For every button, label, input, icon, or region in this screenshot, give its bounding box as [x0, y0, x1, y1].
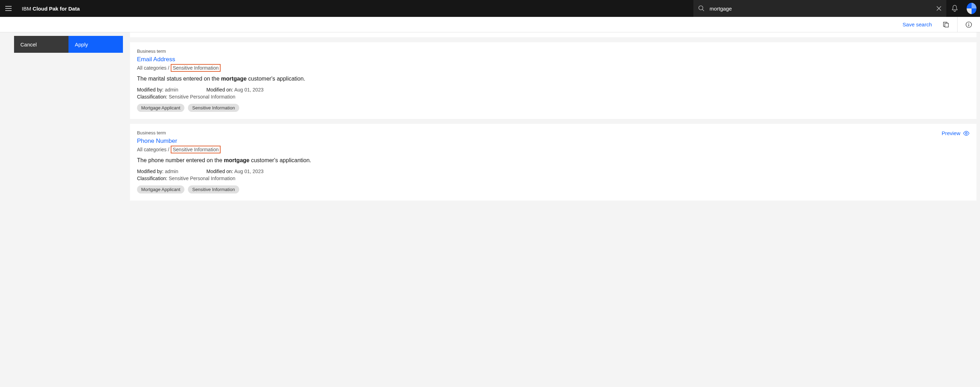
- result-type: Business term: [137, 130, 969, 136]
- result-description: The marital status entered on the mortga…: [137, 76, 969, 82]
- copy-results-button[interactable]: [939, 18, 953, 32]
- svg-point-4: [969, 23, 969, 24]
- action-bar: Save search: [0, 17, 980, 32]
- info-icon: [966, 21, 972, 28]
- result-card: Preview Business term Phone Number All c…: [130, 124, 977, 200]
- tag[interactable]: Sensitive Information: [188, 186, 239, 194]
- result-tags: Mortgage Applicant Sensitive Information: [137, 104, 969, 112]
- search-icon: [698, 5, 705, 11]
- breadcrumb-highlight: Sensitive Information: [171, 146, 221, 154]
- apply-button[interactable]: Apply: [68, 36, 123, 53]
- hamburger-icon: [5, 6, 11, 11]
- search-input[interactable]: [710, 6, 932, 11]
- bell-icon: [951, 5, 958, 12]
- tag[interactable]: Mortgage Applicant: [137, 104, 185, 112]
- svg-point-0: [698, 6, 703, 10]
- brand-title: IBM Cloud Pak for Data: [17, 6, 85, 11]
- avatar-button[interactable]: [963, 0, 980, 17]
- result-tags: Mortgage Applicant Sensitive Information: [137, 186, 969, 194]
- avatar-icon: [967, 3, 977, 14]
- svg-rect-2: [945, 23, 948, 27]
- result-title-link[interactable]: Email Address: [137, 56, 969, 63]
- eye-icon: [963, 131, 969, 136]
- search-results: Business term Email Address All categori…: [130, 32, 980, 205]
- hamburger-menu-button[interactable]: [0, 0, 17, 17]
- result-type: Business term: [137, 48, 969, 54]
- result-title-link[interactable]: Phone Number: [137, 138, 969, 145]
- preview-button[interactable]: Preview: [942, 130, 969, 136]
- info-button[interactable]: [962, 18, 976, 32]
- result-breadcrumb: All categories / Sensitive Information: [137, 65, 969, 71]
- copy-icon: [943, 21, 949, 28]
- cancel-button[interactable]: Cancel: [14, 36, 68, 53]
- filter-sidebar: Cancel Apply: [0, 32, 130, 205]
- save-search-link[interactable]: Save search: [900, 21, 935, 27]
- tag[interactable]: Mortgage Applicant: [137, 186, 185, 194]
- tag[interactable]: Sensitive Information: [188, 104, 239, 112]
- result-description: The phone number entered on the mortgage…: [137, 157, 969, 163]
- clear-search-icon[interactable]: [937, 6, 941, 11]
- top-bar: IBM Cloud Pak for Data: [0, 0, 980, 17]
- notifications-button[interactable]: [946, 0, 963, 17]
- svg-point-5: [966, 132, 967, 134]
- breadcrumb-highlight: Sensitive Information: [171, 64, 221, 72]
- result-card: Business term Email Address All categori…: [130, 42, 977, 119]
- result-card-partial: [130, 32, 977, 37]
- global-search[interactable]: [694, 0, 946, 17]
- result-breadcrumb: All categories / Sensitive Information: [137, 147, 969, 152]
